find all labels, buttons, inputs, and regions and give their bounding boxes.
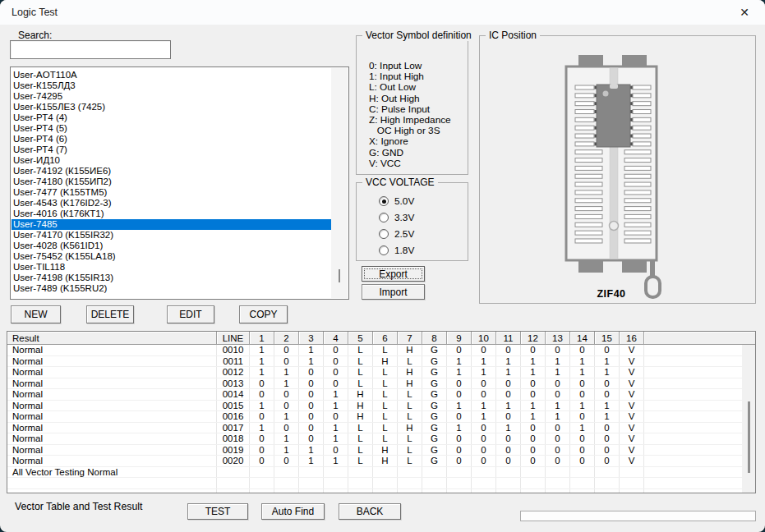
list-item[interactable]: User-РТ4 (4) [12, 112, 331, 123]
radio-icon[interactable] [379, 229, 389, 239]
test-button[interactable]: TEST [187, 503, 248, 520]
pin-slot [575, 110, 594, 114]
list-item[interactable]: User-74198 (K155IR13) [12, 273, 331, 283]
vector-cell: G [422, 456, 447, 466]
radio-icon[interactable] [379, 196, 389, 206]
list-scrollbar-thumb[interactable] [339, 269, 340, 282]
vector-cell [299, 478, 324, 488]
list-item[interactable]: User-7489 (K155RU2) [12, 283, 331, 294]
table-row[interactable]: Normal00111010LHLG1111111V [7, 356, 742, 368]
vector-cell: 0 [546, 345, 570, 355]
vector-cell: 0 [299, 433, 324, 444]
list-item[interactable]: User-РТ4 (6) [12, 134, 331, 144]
list-item[interactable]: User-74180 (К155ИП2) [12, 177, 331, 187]
list-item[interactable]: User-ИД10 [12, 155, 331, 166]
list-item[interactable]: User-РТ4 (7) [12, 144, 331, 155]
vector-cell: 1 [521, 367, 546, 378]
device-list-box[interactable]: User-AOT110AUser-К155ЛД3User-74295User-К… [10, 66, 349, 300]
vcc-option-1.8V[interactable]: 1.8V [379, 242, 414, 259]
list-item[interactable]: User-4543 (K176ID2-3) [12, 198, 331, 209]
column-header: 2 [274, 332, 299, 345]
vector-cell [595, 489, 620, 493]
pin-slot [575, 199, 602, 203]
vector-cell [570, 489, 595, 493]
vector-cell: 1 [496, 423, 521, 433]
copy-button[interactable]: COPY [239, 305, 288, 323]
radio-icon[interactable] [379, 213, 389, 222]
line-cell [217, 467, 250, 478]
table-row[interactable]: Normal00160100HLLG0101101V [7, 411, 742, 423]
list-item[interactable]: User-74170 (K155IR32) [12, 230, 331, 241]
vector-cell [496, 478, 521, 488]
vector-cell [620, 489, 644, 493]
table-row[interactable]: Normal00140001HLLG0000000V [7, 389, 742, 401]
new-button[interactable]: NEW [11, 305, 61, 323]
auto-find-button[interactable]: Auto Find [261, 503, 325, 520]
vector-symbol-group: Vector Symbol definition 0: Input Low1: … [356, 35, 468, 175]
pin-slot [624, 199, 651, 203]
export-button[interactable]: Export [362, 266, 425, 282]
vector-cell: 0 [496, 378, 521, 389]
table-row[interactable]: All Vector Testing Normal [7, 467, 742, 479]
vector-cell: 1 [299, 445, 324, 456]
table-row[interactable]: Normal00180101LLLG0000000V [7, 433, 742, 445]
vcc-option-3.3V[interactable]: 3.3V [379, 209, 414, 226]
vector-cell: H [373, 445, 398, 456]
radio-icon[interactable] [379, 245, 389, 255]
table-row[interactable]: Normal00121100LLHG1111111V [7, 367, 742, 378]
list-item[interactable]: User-7485 [12, 219, 331, 230]
table-row[interactable] [7, 478, 742, 489]
pin-slot [575, 158, 602, 163]
list-scrollbar-track[interactable] [331, 68, 348, 298]
result-cell: Normal [7, 389, 217, 400]
vector-cell: L [373, 433, 398, 444]
table-row[interactable]: Normal00190110LHLG0000000V [7, 445, 742, 456]
table-row[interactable]: Normal00151001HLLG1111111V [7, 401, 742, 412]
list-item[interactable]: User-4028 (K561ID1) [12, 241, 331, 251]
symbol-line: V: VCC [369, 158, 451, 169]
list-item[interactable]: User-75452 (K155LA18) [12, 251, 331, 262]
vcc-option-2.5V[interactable]: 2.5V [379, 226, 414, 242]
line-cell: 0018 [217, 433, 250, 444]
list-item[interactable]: User-РТ4 (5) [12, 123, 331, 134]
table-row[interactable] [7, 489, 742, 493]
filler-cell [644, 456, 742, 466]
pin-slot [624, 239, 651, 243]
delete-button[interactable]: DELETE [86, 305, 134, 323]
vector-cell: 0 [472, 389, 496, 400]
vector-cell: 0 [595, 389, 620, 400]
vcc-option-5.0V[interactable]: 5.0V [379, 193, 414, 209]
vector-cell: 0 [496, 345, 521, 355]
list-item[interactable]: User-7477 (K155TM5) [12, 187, 331, 198]
vector-cell: 0 [274, 401, 299, 411]
list-item[interactable]: User-TIL118 [12, 262, 331, 273]
radio-label: 1.8V [394, 245, 414, 256]
search-input[interactable] [10, 40, 171, 59]
import-button[interactable]: Import [362, 284, 425, 300]
vector-cell [447, 478, 472, 488]
list-item[interactable]: User-AOT110A [12, 70, 331, 80]
table-row[interactable]: Normal00171001LLHG1010010V [7, 423, 742, 434]
list-item[interactable]: User-4016 (К176КТ1) [12, 209, 331, 219]
vector-cell: 0 [250, 456, 274, 466]
vector-cell: 1 [595, 367, 620, 378]
table-row[interactable]: Normal00200011LHLG0000000V [7, 456, 742, 467]
vector-cell [250, 478, 274, 488]
list-item[interactable]: User-К155ЛД3 [12, 80, 331, 91]
table-row[interactable]: Normal00101010LLHG0000000V [7, 345, 742, 356]
vector-cell: 1 [496, 401, 521, 411]
list-item[interactable]: User-К155ЛЕ3 (7425) [12, 102, 331, 112]
result-cell: Normal [7, 433, 217, 444]
vector-cell: L [398, 445, 422, 456]
list-item[interactable]: User-74192 (К155ИЕ6) [12, 166, 331, 177]
table-scrollbar-thumb[interactable] [748, 401, 750, 473]
edit-button[interactable]: EDIT [167, 305, 214, 323]
vector-cell: L [373, 345, 398, 355]
result-cell: Normal [7, 401, 217, 411]
line-cell: 0015 [217, 401, 250, 411]
close-icon[interactable]: ✕ [730, 0, 758, 25]
list-item[interactable]: User-74295 [12, 91, 331, 102]
back-button[interactable]: BACK [339, 503, 401, 520]
table-scrollbar-track[interactable] [742, 345, 755, 493]
table-row[interactable]: Normal00130100LLHG0000000V [7, 378, 742, 390]
